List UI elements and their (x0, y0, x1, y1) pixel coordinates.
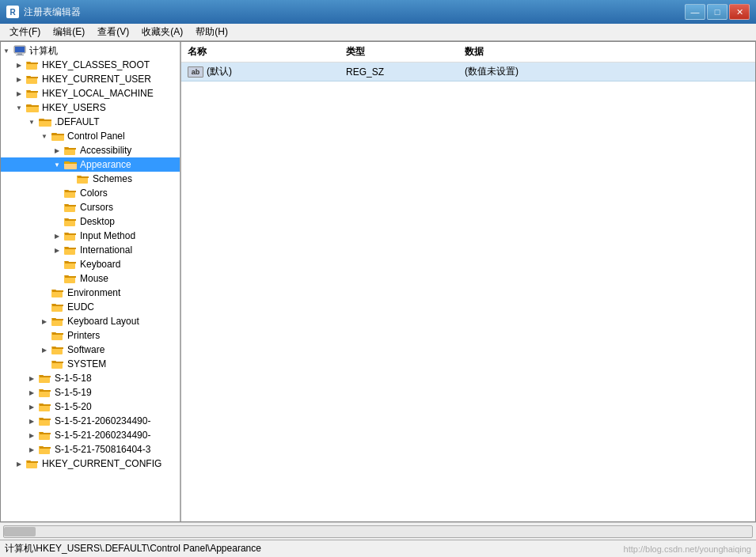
expand-btn[interactable]: ▼ (51, 159, 63, 170)
tree-node-default[interactable]: ▼ .DEFAULT (1, 115, 180, 129)
tree-node-s115_20[interactable]: ▶ S-1-5-20 (1, 400, 180, 414)
expand-btn[interactable]: ▼ (26, 116, 37, 127)
tree-node-s115_18[interactable]: ▶ S-1-5-18 (1, 371, 180, 385)
tree-node-hkcc[interactable]: ▶ HKEY_CURRENT_CONFIG (1, 457, 180, 471)
tree-label: HKEY_LOCAL_MACHINE (40, 88, 154, 99)
tree-node-s115_21b[interactable]: ▶ S-1-5-21-2060234490- (1, 428, 180, 442)
menu-help[interactable]: 帮助(H) (189, 24, 234, 40)
expand-btn[interactable]: ▶ (13, 59, 25, 70)
table-row[interactable]: ab (默认) REG_SZ (数值未设置) (181, 63, 755, 81)
svg-rect-21 (51, 134, 64, 135)
horizontal-scrollbar[interactable] (3, 525, 753, 538)
folder-icon (64, 259, 77, 270)
expand-placeholder (51, 273, 63, 284)
tree-label: HKEY_CURRENT_CONFIG (40, 458, 161, 469)
folder-icon (26, 59, 39, 70)
tree-label: Colors (78, 188, 108, 199)
tree-node-s115_21c[interactable]: ▶ S-1-5-21-750816404-3 (1, 442, 180, 457)
expand-btn[interactable]: ▶ (51, 230, 63, 241)
tree-node-computer[interactable]: ▼ 计算机 (1, 44, 180, 58)
tree-node-desktop[interactable]: Desktop (1, 214, 180, 229)
tree-node-hkcr[interactable]: ▶ HKEY_CLASSES_ROOT (1, 58, 180, 72)
menu-file[interactable]: 文件(F) (3, 24, 47, 40)
expand-btn[interactable]: ▼ (13, 102, 25, 113)
expand-btn[interactable]: ▶ (13, 74, 25, 85)
expand-btn[interactable]: ▶ (26, 415, 37, 426)
tree-label: Input Method (78, 230, 135, 241)
svg-rect-24 (65, 148, 76, 150)
tree-node-mouse[interactable]: Mouse (1, 271, 180, 286)
tree-node-control_panel[interactable]: ▼ Control Panel (1, 129, 180, 143)
expand-btn[interactable]: ▶ (26, 430, 37, 441)
expand-btn[interactable]: ▶ (26, 401, 37, 412)
expand-btn[interactable]: ▶ (26, 444, 37, 455)
expand-btn[interactable]: ▼ (39, 131, 50, 142)
expand-btn[interactable]: ▶ (51, 145, 63, 156)
svg-rect-39 (65, 219, 76, 221)
tree-node-environment[interactable]: Environment (1, 286, 180, 300)
svg-rect-3 (16, 55, 24, 55)
folder-icon (51, 131, 64, 142)
expand-btn[interactable]: ▶ (39, 344, 50, 355)
tree-node-accessibility[interactable]: ▶ Accessibility (1, 143, 180, 157)
tree-node-appearance[interactable]: ▼ Appearance (1, 157, 180, 172)
folder-icon (26, 88, 39, 99)
menu-favorites[interactable]: 收藏夹(A) (135, 24, 189, 40)
svg-rect-42 (65, 233, 76, 235)
maximize-button[interactable]: □ (707, 4, 728, 20)
tree-label: Cursors (78, 202, 113, 213)
folder-icon (39, 430, 51, 441)
tree-node-hku[interactable]: ▼ HKEY_USERS (1, 100, 180, 115)
tree-node-printers[interactable]: Printers (1, 328, 180, 343)
expand-btn[interactable]: ▼ (1, 45, 12, 56)
tree-node-eudc[interactable]: EUDC (1, 300, 180, 314)
svg-rect-30 (78, 176, 89, 178)
svg-rect-15 (26, 105, 39, 107)
menu-view[interactable]: 查看(V) (91, 24, 135, 40)
tree-node-software[interactable]: ▶ Software (1, 343, 180, 357)
expand-btn[interactable]: ▶ (26, 373, 37, 384)
tree-node-keyboard[interactable]: Keyboard (1, 257, 180, 271)
tree-node-colors[interactable]: Colors (1, 186, 180, 200)
tree-label: S-1-5-21-2060234490- (53, 430, 150, 441)
expand-placeholder (39, 358, 50, 369)
tree-node-hkcu[interactable]: ▶ HKEY_CURRENT_USER (1, 72, 180, 86)
menu-edit[interactable]: 编辑(E) (47, 24, 91, 40)
expand-placeholder (51, 188, 63, 199)
tree-label: SYSTEM (66, 358, 106, 369)
svg-rect-72 (40, 376, 51, 377)
tree-label: 计算机 (28, 44, 58, 58)
main-content: ▼ 计算机▶ HKEY_CLASSES_ROOT▶ HKEY_CURRENT_U… (0, 41, 756, 522)
tree-node-input_method[interactable]: ▶ Input Method (1, 229, 180, 243)
tree-label: Accessibility (78, 145, 131, 156)
col-data-header: 数据 (465, 45, 749, 59)
tree-node-hklm[interactable]: ▶ HKEY_LOCAL_MACHINE (1, 86, 180, 100)
folder-icon (39, 116, 51, 127)
tree-node-international[interactable]: ▶ International (1, 243, 180, 257)
expand-btn[interactable]: ▶ (26, 387, 37, 398)
tree-label: S-1-5-19 (53, 387, 92, 398)
expand-btn[interactable]: ▶ (13, 88, 25, 99)
tree-node-s115_19[interactable]: ▶ S-1-5-19 (1, 385, 180, 400)
scrollbar-thumb[interactable] (4, 527, 36, 536)
tree-panel[interactable]: ▼ 计算机▶ HKEY_CLASSES_ROOT▶ HKEY_CURRENT_U… (1, 42, 181, 521)
tree-node-s115_21a[interactable]: ▶ S-1-5-21-2060234490- (1, 414, 180, 428)
title-bar-left: R 注册表编辑器 (6, 6, 81, 19)
svg-rect-12 (27, 91, 38, 93)
expand-btn[interactable]: ▶ (39, 316, 50, 327)
col-type-header: 类型 (346, 45, 465, 59)
tree-node-schemes[interactable]: Schemes (1, 172, 180, 186)
tree-node-system[interactable]: SYSTEM (1, 357, 180, 371)
expand-placeholder (51, 259, 63, 270)
tree-node-keyboard_layout[interactable]: ▶ Keyboard Layout (1, 314, 180, 328)
tree-node-cursors[interactable]: Cursors (1, 200, 180, 214)
tree-label: HKEY_USERS (40, 102, 106, 113)
svg-rect-1 (15, 47, 25, 52)
expand-placeholder (39, 287, 50, 298)
tree-label: Keyboard (78, 259, 120, 270)
tree-label: .DEFAULT (53, 116, 99, 127)
close-button[interactable]: ✕ (729, 4, 750, 20)
expand-btn[interactable]: ▶ (13, 458, 25, 469)
minimize-button[interactable]: — (685, 4, 705, 20)
expand-btn[interactable]: ▶ (51, 244, 63, 256)
